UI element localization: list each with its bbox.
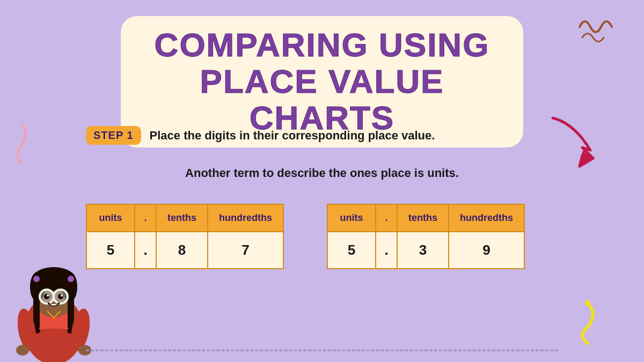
svg-point-18 xyxy=(58,294,63,299)
table2-val-dot: . xyxy=(376,232,397,269)
dashed-line xyxy=(86,350,558,351)
svg-point-0 xyxy=(585,300,590,306)
table1-val-tenths: 8 xyxy=(156,232,208,269)
table1-val-hundredths: 7 xyxy=(208,232,283,269)
place-value-table-1: units . tenths hundredths 5 . 8 7 xyxy=(86,204,284,269)
svg-point-25 xyxy=(33,276,40,282)
svg-point-20 xyxy=(61,294,63,297)
table2-val-tenths: 3 xyxy=(397,232,449,269)
table1-val-dot: . xyxy=(135,232,156,269)
table2-header-hundredths: hundredths xyxy=(449,204,524,232)
step-section: Step 1 Place the digits in their corresp… xyxy=(86,126,435,145)
table1-header-dot: . xyxy=(135,204,156,232)
table1-header-tenths: tenths xyxy=(156,204,208,232)
svg-point-19 xyxy=(47,294,49,297)
title-text: Comparing Using Place Value Charts xyxy=(142,27,502,137)
svg-point-23 xyxy=(16,345,29,356)
table2-val-hundredths: 9 xyxy=(449,232,524,269)
svg-point-17 xyxy=(44,294,49,299)
step-badge: Step 1 xyxy=(86,126,141,145)
table1-header-hundredths: hundredths xyxy=(208,204,283,232)
step-description: Place the digits in their corresponding … xyxy=(150,129,435,143)
subtitle: Another term to describe the ones place … xyxy=(185,166,459,180)
table2-header-dot: . xyxy=(376,204,397,232)
svg-point-26 xyxy=(68,276,74,282)
table2-header-tenths: tenths xyxy=(397,204,449,232)
character-illustration xyxy=(0,223,107,362)
place-value-table-2: units . tenths hundredths 5 . 3 9 xyxy=(327,204,525,269)
table2-header-units: units xyxy=(327,204,376,232)
tables-container: units . tenths hundredths 5 . 8 7 units … xyxy=(86,204,525,269)
table2-val-units: 5 xyxy=(327,232,376,269)
